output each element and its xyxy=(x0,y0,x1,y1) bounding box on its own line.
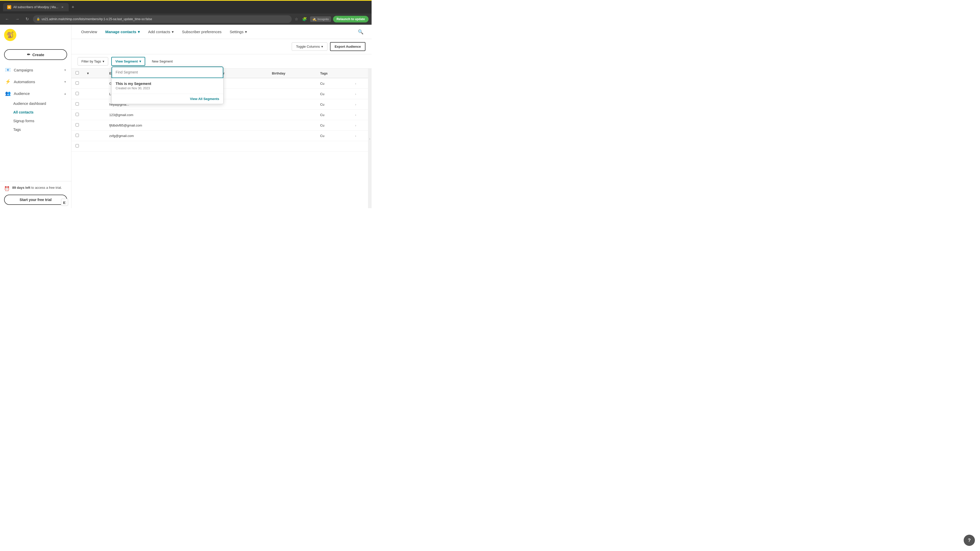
sidebar-sub-audience-dashboard[interactable]: Audience dashboard xyxy=(0,99,71,108)
mailchimp-logo: 🐒 xyxy=(0,25,71,45)
main-content: Overview Manage contacts ▾ Add contacts … xyxy=(72,25,372,208)
settings-label: Settings xyxy=(230,30,243,34)
sidebar-bottom: ⏰ 89 days left to access a free trial. S… xyxy=(0,181,71,208)
view-segment-container: View Segment ▾ This is my Segement Creat… xyxy=(111,57,145,66)
extensions-button[interactable]: 🧩 xyxy=(301,16,308,22)
row-arrow-icon[interactable]: › xyxy=(355,103,356,106)
row-phone xyxy=(197,120,268,130)
nav-subscriber-preferences[interactable]: Subscriber preferences xyxy=(178,27,225,36)
row-checkbox[interactable] xyxy=(76,144,79,148)
bookmark-button[interactable]: ☆ xyxy=(294,16,299,22)
automations-label: Automations xyxy=(14,79,61,84)
row-arrow-icon[interactable]: › xyxy=(355,134,356,138)
automations-icon: ⚡ xyxy=(5,79,11,84)
segment-item[interactable]: This is my Segement Created on Nov 30, 2… xyxy=(111,78,223,94)
row-arrow-icon[interactable]: › xyxy=(355,82,356,86)
view-segment-button[interactable]: View Segment ▾ xyxy=(111,57,145,66)
nav-add-contacts[interactable]: Add contacts ▾ xyxy=(145,27,177,36)
select-all-checkbox[interactable] xyxy=(76,71,79,75)
campaigns-icon: 📧 xyxy=(5,67,11,73)
toggle-columns-button[interactable]: Toggle Columns ▾ xyxy=(292,42,328,51)
nav-settings[interactable]: Settings ▾ xyxy=(226,27,251,36)
header-checkbox-cell xyxy=(72,68,83,78)
lock-icon: 🔒 xyxy=(37,17,40,21)
filter-tags-label: Filter by Tags xyxy=(81,59,101,63)
header-birthday[interactable]: Birthday xyxy=(268,68,316,78)
sidebar-item-campaigns[interactable]: 📧 Campaigns ▾ xyxy=(0,64,71,76)
search-button[interactable]: 🔍 xyxy=(356,27,366,37)
filter-by-tags-button[interactable]: Filter by Tags ▾ xyxy=(78,57,108,65)
create-button[interactable]: ✏ Create xyxy=(4,49,67,60)
pencil-icon: ✏ xyxy=(27,52,30,57)
row-expand xyxy=(83,89,105,99)
new-segment-button[interactable]: New Segment xyxy=(148,57,177,65)
incognito-label: Incognito xyxy=(318,17,329,21)
row-arrow-icon[interactable]: › xyxy=(355,124,356,127)
row-expand xyxy=(83,120,105,130)
relaunch-button[interactable]: Relaunch to update xyxy=(333,16,369,22)
toolbar: Toggle Columns ▾ Export Audience xyxy=(72,39,372,54)
row-arrow-icon[interactable]: › xyxy=(355,113,356,117)
close-tab-button[interactable]: ✕ xyxy=(60,5,65,9)
row-tags xyxy=(316,141,351,151)
row-birthday xyxy=(268,141,316,151)
overview-label: Overview xyxy=(81,30,97,34)
automations-chevron: ▾ xyxy=(64,80,66,84)
row-arrow-icon[interactable]: › xyxy=(355,92,356,96)
header-tags[interactable]: Tags xyxy=(316,68,351,78)
browser-tab[interactable]: M All subscribers of Moodjoy | Ma... ✕ xyxy=(3,3,68,11)
reload-button[interactable]: ↻ xyxy=(24,16,31,22)
row-checkbox[interactable] xyxy=(76,134,79,137)
incognito-badge: 🕵 Incognito xyxy=(310,16,331,22)
all-contacts-label: All contacts xyxy=(13,110,33,114)
signup-forms-label: Signup forms xyxy=(13,119,34,123)
sidebar-collapse-button[interactable]: ◧ xyxy=(61,199,68,206)
forward-button[interactable]: → xyxy=(13,16,21,22)
nav-overview[interactable]: Overview xyxy=(78,27,101,36)
row-checkbox[interactable] xyxy=(76,113,79,116)
trial-icon: ⏰ xyxy=(4,186,10,192)
start-trial-button[interactable]: Start your free trial xyxy=(4,195,67,205)
row-email: fjfdbdvf85@gmail.com xyxy=(105,120,197,130)
right-expand-handle[interactable]: › xyxy=(368,68,372,208)
address-bar[interactable]: 🔒 us21.admin.mailchimp.com/lists/members… xyxy=(33,15,292,23)
incognito-icon: 🕵 xyxy=(312,17,317,21)
row-tags: Cu xyxy=(316,130,351,141)
row-email: zxfg@gmail.com xyxy=(105,130,197,141)
campaigns-label: Campaigns xyxy=(14,68,61,72)
segment-item-date: Created on Nov 30, 2023 xyxy=(116,86,219,90)
audience-label: Audience xyxy=(14,91,61,96)
row-tags: Cu xyxy=(316,89,351,99)
url-text: us21.admin.mailchimp.com/lists/members/#… xyxy=(41,17,152,21)
row-birthday xyxy=(268,110,316,120)
row-checkbox[interactable] xyxy=(76,92,79,95)
table-row xyxy=(72,141,372,151)
row-expand xyxy=(83,110,105,120)
segment-search-input[interactable] xyxy=(111,67,223,78)
export-audience-button[interactable]: Export Audience xyxy=(330,42,366,51)
manage-contacts-label: Manage contacts xyxy=(105,30,137,34)
row-checkbox-cell xyxy=(72,78,83,89)
sidebar-item-automations[interactable]: ⚡ Automations ▾ xyxy=(0,76,71,87)
back-button[interactable]: ← xyxy=(3,16,11,22)
sidebar-item-audience[interactable]: 👥 Audience ▴ xyxy=(0,87,71,99)
row-checkbox[interactable] xyxy=(76,123,79,127)
table-row: fjfdbdvf85@gmail.com Cu › xyxy=(72,120,372,130)
nav-manage-contacts[interactable]: Manage contacts ▾ xyxy=(102,27,144,36)
browser-actions: ☆ 🧩 🕵 Incognito Relaunch to update xyxy=(294,16,369,22)
row-expand xyxy=(83,130,105,141)
view-all-segments-link[interactable]: View All Segments xyxy=(111,94,223,104)
trial-text-suffix: to access a free trial. xyxy=(30,186,62,189)
sidebar-sub-signup-forms[interactable]: Signup forms xyxy=(0,117,71,125)
new-tab-button[interactable]: + xyxy=(71,3,76,11)
sidebar-sub-tags[interactable]: Tags xyxy=(0,125,71,134)
sidebar-sub-all-contacts[interactable]: All contacts xyxy=(0,108,71,117)
row-tags: Cu xyxy=(316,99,351,110)
sidebar-top: ✏ Create xyxy=(0,45,71,64)
audience-dashboard-label: Audience dashboard xyxy=(13,102,46,106)
trial-text: 89 days left to access a free trial. xyxy=(12,186,62,190)
row-checkbox[interactable] xyxy=(76,81,79,85)
row-checkbox[interactable] xyxy=(76,102,79,106)
header-expand: ▾ xyxy=(83,68,105,78)
tab-title: All subscribers of Moodjoy | Ma... xyxy=(13,5,59,9)
